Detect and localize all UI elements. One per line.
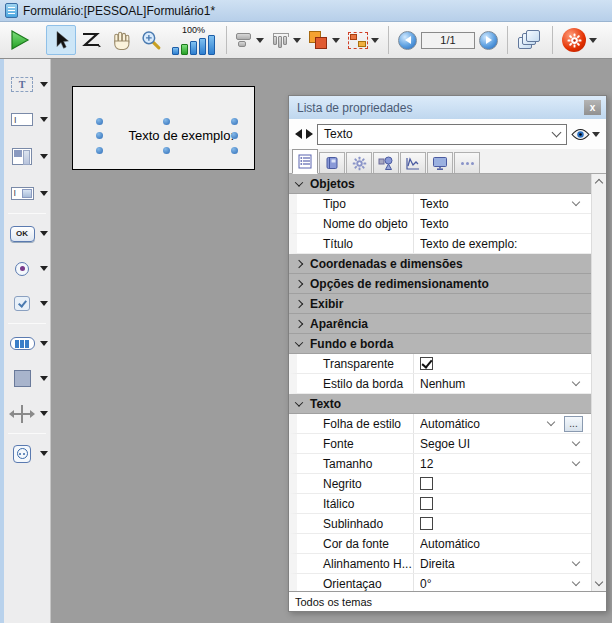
next-page-button[interactable] <box>479 31 498 50</box>
tab-more[interactable] <box>454 152 480 173</box>
input-field-tool[interactable]: I <box>8 105 48 135</box>
tab-action[interactable] <box>346 152 372 173</box>
chevron-down-icon[interactable] <box>40 82 48 87</box>
selection-handle-bottom-left[interactable] <box>96 147 103 154</box>
selection-handle-top-center[interactable] <box>163 118 170 125</box>
input-tool-icon: I <box>11 113 33 126</box>
checkbox-unchecked[interactable] <box>420 477 433 490</box>
chevron-down-icon <box>371 38 379 43</box>
tab-database[interactable] <box>319 152 345 173</box>
section-header-fundo-e-borda[interactable]: Fundo e borda <box>289 334 591 354</box>
property-label: Cor da fonte <box>297 534 414 553</box>
zoom-level-control[interactable]: 100% <box>172 25 215 55</box>
property-value[interactable]: 12 <box>414 454 591 473</box>
value-text: Automático <box>420 537 585 551</box>
chevron-down-icon[interactable] <box>40 266 48 271</box>
curve-chart-icon <box>405 156 421 171</box>
chevron-down-icon[interactable] <box>40 451 48 456</box>
group-menu-button[interactable] <box>344 32 383 49</box>
property-value[interactable]: Direita <box>414 554 591 573</box>
splitter-tool[interactable] <box>8 399 48 429</box>
window-titlebar[interactable]: Formulário:[PESSOAL]Formulário1* <box>0 0 612 22</box>
tab-objects[interactable] <box>373 152 399 173</box>
selection-handle-top-right[interactable] <box>231 118 238 125</box>
hand-tool-button[interactable] <box>106 25 136 55</box>
run-form-button[interactable] <box>4 25 34 55</box>
section-header-opc-o-es-de-redimensionamento[interactable]: Opções de redimensionamento <box>289 274 591 294</box>
magnifier-icon <box>141 30 162 51</box>
level-menu-button[interactable] <box>305 31 344 50</box>
plugin-icon <box>13 445 31 463</box>
tab-events[interactable] <box>400 152 426 173</box>
selection-handle-middle-left[interactable] <box>96 132 103 139</box>
selected-text-object[interactable]: Texto de exemplo: <box>99 121 234 150</box>
zoom-tool-button[interactable] <box>136 25 166 55</box>
panel-title: Lista de propriedades <box>297 101 584 115</box>
section-label: Coordenadas e dimensões <box>310 257 463 271</box>
rectangle-tool[interactable] <box>8 364 48 394</box>
property-value[interactable]: 0° <box>414 574 591 591</box>
selection-handle-bottom-center[interactable] <box>163 147 170 154</box>
form-area[interactable]: Texto de exemplo: <box>72 86 255 170</box>
chevron-down-icon[interactable] <box>40 411 48 416</box>
chevron-down-icon[interactable] <box>40 301 48 306</box>
property-value[interactable] <box>414 514 591 533</box>
section-header-objetos[interactable]: Objetos <box>289 174 591 194</box>
chevron-down-icon[interactable] <box>40 191 48 196</box>
view-options-button[interactable] <box>571 128 600 141</box>
section-header-apare-ncia[interactable]: Aparência <box>289 314 591 334</box>
checkbox-checked[interactable] <box>420 357 433 370</box>
property-value[interactable] <box>414 494 591 513</box>
style-sheet-ellipsis-button[interactable]: ... <box>564 416 583 432</box>
value-text: Direita <box>420 557 569 571</box>
static-text-tool[interactable]: T <box>8 70 48 100</box>
combo-box-tool[interactable]: I <box>8 179 48 209</box>
form-pages-button[interactable] <box>513 25 547 55</box>
scroll-down-icon[interactable] <box>595 578 603 586</box>
checkbox-tool[interactable] <box>8 289 48 319</box>
button-tool[interactable]: OK <box>8 219 48 249</box>
property-value[interactable]: Nenhum <box>414 374 591 393</box>
chevron-down-icon[interactable] <box>40 154 48 159</box>
chevron-down-icon[interactable] <box>40 341 48 346</box>
pen-tool-button[interactable] <box>76 25 106 55</box>
checkbox-unchecked[interactable] <box>420 497 433 510</box>
selection-handle-top-left[interactable] <box>96 118 103 125</box>
property-value[interactable] <box>414 354 591 373</box>
settings-menu-button[interactable] <box>558 28 601 52</box>
chevron-down-icon[interactable] <box>40 376 48 381</box>
scroll-up-icon[interactable] <box>595 179 603 187</box>
section-header-coordenadas-e-dimenso-es[interactable]: Coordenadas e dimensões <box>289 254 591 274</box>
object-nav-previous[interactable] <box>295 129 302 139</box>
tab-display[interactable] <box>427 152 453 173</box>
selection-handle-bottom-right[interactable] <box>231 147 238 154</box>
property-label: Orientaçao <box>297 574 414 591</box>
list-box-tool[interactable] <box>8 140 48 174</box>
panel-scrollbar[interactable] <box>591 174 606 591</box>
close-icon[interactable]: x <box>584 100 601 115</box>
property-value[interactable]: Segoe UI <box>414 434 591 453</box>
property-value[interactable]: Texto <box>414 194 591 213</box>
checkbox-unchecked[interactable] <box>420 517 433 530</box>
object-selector-dropdown[interactable]: Texto <box>317 124 567 145</box>
chevron-down-icon[interactable] <box>40 117 48 122</box>
selection-handle-middle-right[interactable] <box>231 132 238 139</box>
align-menu-button[interactable] <box>232 33 268 47</box>
radio-button-tool[interactable] <box>8 254 48 284</box>
chevron-down-icon[interactable] <box>40 231 48 236</box>
section-header-exibir[interactable]: Exibir <box>289 294 591 314</box>
panel-titlebar[interactable]: Lista de propriedades x <box>289 96 606 119</box>
property-label: Itálico <box>297 494 414 513</box>
property-label: Negrito <box>297 474 414 493</box>
select-tool-button[interactable] <box>46 25 76 55</box>
object-nav-next[interactable] <box>306 129 313 139</box>
property-value[interactable]: Automático... <box>414 414 591 433</box>
checkbox-icon <box>14 296 30 311</box>
section-header-texto[interactable]: Texto <box>289 394 591 414</box>
distribute-menu-button[interactable] <box>268 33 305 48</box>
previous-page-button[interactable] <box>398 31 417 50</box>
button-grid-tool[interactable] <box>8 329 48 359</box>
tab-property-list[interactable] <box>292 149 318 174</box>
plugin-area-tool[interactable] <box>8 439 48 469</box>
property-value[interactable] <box>414 474 591 493</box>
